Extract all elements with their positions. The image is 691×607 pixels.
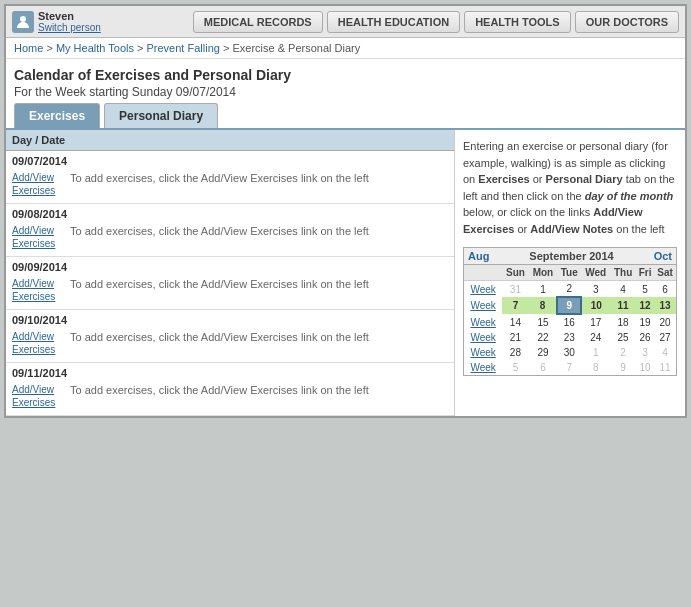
current-month-label: September 2014 xyxy=(489,250,653,262)
add-view-exercises-link[interactable]: Add/ViewExercises xyxy=(12,224,64,250)
day-date: 09/08/2014 xyxy=(6,204,454,222)
mini-cal-day-header: Thu xyxy=(610,265,636,281)
mini-cal-day[interactable]: 3 xyxy=(636,345,654,360)
day-rows-container: 09/07/2014 Add/ViewExercises To add exer… xyxy=(6,151,454,416)
mini-cal-day[interactable]: 22 xyxy=(529,330,558,345)
mini-cal-day[interactable]: 11 xyxy=(610,297,636,314)
mini-cal-day[interactable]: 10 xyxy=(636,360,654,375)
mini-cal-day[interactable]: 7 xyxy=(502,297,528,314)
mini-cal-day[interactable]: 27 xyxy=(654,330,676,345)
week-label[interactable]: Week xyxy=(464,345,502,360)
mini-cal-day[interactable]: 4 xyxy=(654,345,676,360)
svg-point-0 xyxy=(20,16,26,22)
breadcrumb-prevent[interactable]: Prevent Falling xyxy=(147,42,220,54)
mini-cal-day-header: Fri xyxy=(636,265,654,281)
next-month-nav[interactable]: Oct xyxy=(654,250,672,262)
add-view-exercises-link[interactable]: Add/ViewExercises xyxy=(12,383,64,409)
exercise-instruction: To add exercises, click the Add/View Exe… xyxy=(70,224,448,237)
week-label[interactable]: Week xyxy=(464,360,502,375)
mini-cal-day[interactable]: 7 xyxy=(557,360,581,375)
mini-cal-day[interactable]: 9 xyxy=(557,297,581,314)
mini-cal-day[interactable]: 19 xyxy=(636,314,654,330)
breadcrumb-home[interactable]: Home xyxy=(14,42,43,54)
mini-cal-day[interactable]: 21 xyxy=(502,330,528,345)
nav-buttons: MEDICAL RECORDS HEALTH EDUCATION HEALTH … xyxy=(118,11,679,33)
day-row-content: Add/ViewExercises To add exercises, clic… xyxy=(6,275,454,309)
week-label[interactable]: Week xyxy=(464,330,502,345)
mini-cal-day[interactable]: 28 xyxy=(502,345,528,360)
mini-cal-day[interactable]: 24 xyxy=(581,330,610,345)
add-view-exercises-link[interactable]: Add/ViewExercises xyxy=(12,171,64,197)
mini-cal-day[interactable]: 25 xyxy=(610,330,636,345)
mini-cal-day[interactable]: 9 xyxy=(610,360,636,375)
mini-cal-day[interactable]: 30 xyxy=(557,345,581,360)
switch-person-link[interactable]: Switch person xyxy=(38,22,101,33)
column-header: Day / Date xyxy=(6,130,454,151)
mini-cal-table: SunMonTueWedThuFriSat Week31123456Week78… xyxy=(464,265,676,375)
day-row-content: Add/ViewExercises To add exercises, clic… xyxy=(6,222,454,256)
mini-cal-day[interactable]: 6 xyxy=(654,281,676,298)
mini-cal-day[interactable]: 10 xyxy=(581,297,610,314)
health-education-button[interactable]: HEALTH EDUCATION xyxy=(327,11,460,33)
week-label[interactable]: Week xyxy=(464,314,502,330)
tab-exercises[interactable]: Exercises xyxy=(14,103,100,128)
mini-cal-day[interactable]: 2 xyxy=(557,281,581,298)
mini-cal-header: Aug September 2014 Oct xyxy=(464,248,676,265)
mini-cal-day[interactable]: 18 xyxy=(610,314,636,330)
mini-cal-day-header: Mon xyxy=(529,265,558,281)
mini-cal-day[interactable]: 15 xyxy=(529,314,558,330)
mini-cal-day[interactable]: 1 xyxy=(581,345,610,360)
tabs-row: Exercises Personal Diary xyxy=(6,103,685,130)
mini-cal-day[interactable]: 13 xyxy=(654,297,676,314)
mini-cal-day[interactable]: 29 xyxy=(529,345,558,360)
mini-cal-day[interactable]: 6 xyxy=(529,360,558,375)
mini-cal-day[interactable]: 4 xyxy=(610,281,636,298)
page-subtitle: For the Week starting Sunday 09/07/2014 xyxy=(14,85,677,99)
add-view-exercises-link[interactable]: Add/ViewExercises xyxy=(12,330,64,356)
exercise-instruction: To add exercises, click the Add/View Exe… xyxy=(70,383,448,396)
week-label[interactable]: Week xyxy=(464,297,502,314)
breadcrumb: Home > My Health Tools > Prevent Falling… xyxy=(6,38,685,59)
calendar-section: Day / Date 09/07/2014 Add/ViewExercises … xyxy=(6,130,455,416)
mini-cal-day-header: Sat xyxy=(654,265,676,281)
day-date: 09/09/2014 xyxy=(6,257,454,275)
mini-cal-day[interactable]: 8 xyxy=(581,360,610,375)
prev-month-nav[interactable]: Aug xyxy=(468,250,489,262)
day-row-content: Add/ViewExercises To add exercises, clic… xyxy=(6,328,454,362)
day-row: 09/11/2014 Add/ViewExercises To add exer… xyxy=(6,363,454,416)
mini-cal-day[interactable]: 31 xyxy=(502,281,528,298)
mini-cal-day[interactable]: 23 xyxy=(557,330,581,345)
tab-personal-diary[interactable]: Personal Diary xyxy=(104,103,218,128)
breadcrumb-myhealth[interactable]: My Health Tools xyxy=(56,42,134,54)
mini-cal-day[interactable]: 16 xyxy=(557,314,581,330)
day-date: 09/11/2014 xyxy=(6,363,454,381)
mini-cal-day-header: Sun xyxy=(502,265,528,281)
medical-records-button[interactable]: MEDICAL RECORDS xyxy=(193,11,323,33)
mini-cal-day[interactable]: 11 xyxy=(654,360,676,375)
mini-cal-day[interactable]: 17 xyxy=(581,314,610,330)
mini-cal-day[interactable]: 14 xyxy=(502,314,528,330)
add-view-exercises-link[interactable]: Add/ViewExercises xyxy=(12,277,64,303)
breadcrumb-current: Exercise & Personal Diary xyxy=(232,42,360,54)
mini-cal-day[interactable]: 1 xyxy=(529,281,558,298)
user-box: Steven Switch person xyxy=(12,10,112,33)
day-row: 09/08/2014 Add/ViewExercises To add exer… xyxy=(6,204,454,257)
mini-calendar: Aug September 2014 Oct SunMonTueWedThuFr… xyxy=(463,247,677,376)
mini-cal-day[interactable]: 5 xyxy=(502,360,528,375)
mini-cal-day[interactable]: 2 xyxy=(610,345,636,360)
our-doctors-button[interactable]: OUR DOCTORS xyxy=(575,11,679,33)
mini-cal-day[interactable]: 26 xyxy=(636,330,654,345)
health-tools-button[interactable]: HEALTH TOOLS xyxy=(464,11,571,33)
page-title-section: Calendar of Exercises and Personal Diary… xyxy=(6,59,685,103)
day-row-content: Add/ViewExercises To add exercises, clic… xyxy=(6,381,454,415)
exercise-instruction: To add exercises, click the Add/View Exe… xyxy=(70,171,448,184)
mini-cal-day[interactable]: 3 xyxy=(581,281,610,298)
header: Steven Switch person MEDICAL RECORDS HEA… xyxy=(6,6,685,38)
mini-cal-day[interactable]: 8 xyxy=(529,297,558,314)
mini-cal-day[interactable]: 5 xyxy=(636,281,654,298)
mini-cal-day[interactable]: 20 xyxy=(654,314,676,330)
page-title: Calendar of Exercises and Personal Diary xyxy=(14,67,677,83)
mini-cal-day[interactable]: 12 xyxy=(636,297,654,314)
day-row: 09/10/2014 Add/ViewExercises To add exer… xyxy=(6,310,454,363)
week-label[interactable]: Week xyxy=(464,281,502,298)
